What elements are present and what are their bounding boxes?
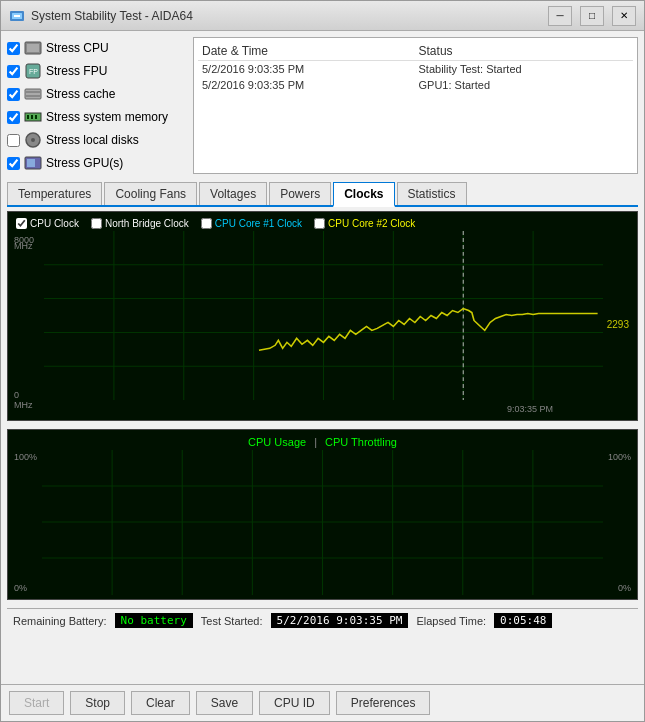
main-chart-container: CPU Clock North Bridge Clock CPU Core #1… [7,211,638,421]
item-label-1: Stress FPU [46,64,107,78]
log-datetime-1: 5/2/2016 9:03:35 PM [198,77,415,93]
preferences-button[interactable]: Preferences [336,691,431,715]
svg-point-15 [31,138,35,142]
svg-rect-9 [26,95,40,97]
sub-chart-container: CPU Usage | CPU Throttling 100% 0% 100% … [7,429,638,600]
tab-voltages[interactable]: Voltages [199,182,267,205]
cpu-id-button[interactable]: CPU ID [259,691,330,715]
start-button[interactable]: Start [9,691,64,715]
elapsed-value: 0:05:48 [494,613,552,628]
svg-rect-7 [25,89,41,99]
test-started-value: 5/2/2016 9:03:35 PM [271,613,409,628]
item-label-2: Stress cache [46,87,115,101]
legend-check-2[interactable] [201,218,212,229]
legend-item-2: CPU Core #1 Clock [201,218,302,229]
battery-label: Remaining Battery: [13,615,107,627]
minimize-button[interactable]: ─ [548,6,572,26]
checkbox-4[interactable] [7,134,20,147]
test-started-label: Test Started: [201,615,263,627]
app-icon [9,8,25,24]
svg-rect-4 [27,44,39,52]
legend-label-2: CPU Core #1 Clock [215,218,302,229]
log-datetime-0: 5/2/2016 9:03:35 PM [198,61,415,78]
sub-chart: 100% 0% 100% 0% [12,450,633,595]
bottom-bar: StartStopClearSaveCPU IDPreferences [1,684,644,721]
legend-check-3[interactable] [314,218,325,229]
left-panel: Stress CPU FP Stress FPU Stress cache St… [7,37,187,174]
col-status: Status [415,42,633,61]
icon-cache [24,85,42,103]
elapsed-label: Elapsed Time: [416,615,486,627]
title-bar: System Stability Test - AIDA64 ─ □ ✕ [1,1,644,31]
legend-item-0: CPU Clock [16,218,79,229]
content-area: Stress CPU FP Stress FPU Stress cache St… [1,31,644,684]
log-row: 5/2/2016 9:03:35 PMStability Test: Start… [198,61,633,78]
svg-text:FP: FP [29,68,38,75]
log-status-1: GPU1: Started [415,77,633,93]
svg-rect-2 [14,15,20,17]
sub-y-min-left: 0% [14,583,27,593]
log-row: 5/2/2016 9:03:35 PMGPU1: Started [198,77,633,93]
main-chart: 8000 MHz 0 MHz 2293 9:03:35 PM [12,231,633,416]
y-min-label: 0 [14,390,19,400]
chart-svg [44,231,603,400]
checkbox-3[interactable] [7,111,20,124]
legend-label-3: CPU Core #2 Clock [328,218,415,229]
window-title: System Stability Test - AIDA64 [31,9,540,23]
close-button[interactable]: ✕ [612,6,636,26]
checkbox-item-3: Stress system memory [7,106,187,128]
stop-button[interactable]: Stop [70,691,125,715]
maximize-button[interactable]: □ [580,6,604,26]
col-datetime: Date & Time [198,42,415,61]
legend-label-1: North Bridge Clock [105,218,189,229]
legend-item-1: North Bridge Clock [91,218,189,229]
icon-disk [24,131,42,149]
item-label-0: Stress CPU [46,41,109,55]
icon-gpu [24,154,42,172]
status-bar: Remaining Battery: No battery Test Start… [7,608,638,632]
tab-statistics[interactable]: Statistics [397,182,467,205]
item-label-3: Stress system memory [46,110,168,124]
svg-rect-13 [35,115,37,119]
chart-value: 2293 [607,318,629,329]
sub-y-min-right: 0% [618,583,631,593]
tab-clocks[interactable]: Clocks [333,182,394,207]
x-time-label: 9:03:35 PM [507,404,553,414]
checkbox-item-0: Stress CPU [7,37,187,59]
item-label-4: Stress local disks [46,133,139,147]
checkbox-0[interactable] [7,42,20,55]
sub-chart-legend: CPU Usage | CPU Throttling [12,434,633,450]
tab-powers[interactable]: Powers [269,182,331,205]
tab-temperatures[interactable]: Temperatures [7,182,102,205]
checkbox-item-2: Stress cache [7,83,187,105]
checkbox-5[interactable] [7,157,20,170]
sub-legend-left: CPU Usage [248,436,306,448]
chart-legend: CPU Clock North Bridge Clock CPU Core #1… [12,216,633,231]
svg-rect-17 [27,159,35,167]
log-panel: Date & Time Status 5/2/2016 9:03:35 PMSt… [193,37,638,174]
sub-y-max-right: 100% [608,452,631,462]
checkbox-2[interactable] [7,88,20,101]
tabs-bar: TemperaturesCooling FansVoltagesPowersCl… [7,182,638,207]
icon-fpu: FP [24,62,42,80]
checkbox-1[interactable] [7,65,20,78]
sub-y-max-left: 100% [14,452,37,462]
svg-rect-12 [31,115,33,119]
tab-cooling-fans[interactable]: Cooling Fans [104,182,197,205]
checkbox-item-5: Stress GPU(s) [7,152,187,174]
y-unit-bottom: MHz [14,400,33,410]
save-button[interactable]: Save [196,691,253,715]
battery-value: No battery [115,613,193,628]
main-window: System Stability Test - AIDA64 ─ □ ✕ Str… [0,0,645,722]
legend-item-3: CPU Core #2 Clock [314,218,415,229]
log-status-0: Stability Test: Started [415,61,633,78]
legend-check-0[interactable] [16,218,27,229]
legend-check-1[interactable] [91,218,102,229]
item-label-5: Stress GPU(s) [46,156,123,170]
checkbox-item-1: FP Stress FPU [7,60,187,82]
sub-legend-right: CPU Throttling [325,436,397,448]
clear-button[interactable]: Clear [131,691,190,715]
log-table: Date & Time Status 5/2/2016 9:03:35 PMSt… [198,42,633,93]
svg-rect-11 [27,115,29,119]
svg-rect-8 [26,91,40,93]
